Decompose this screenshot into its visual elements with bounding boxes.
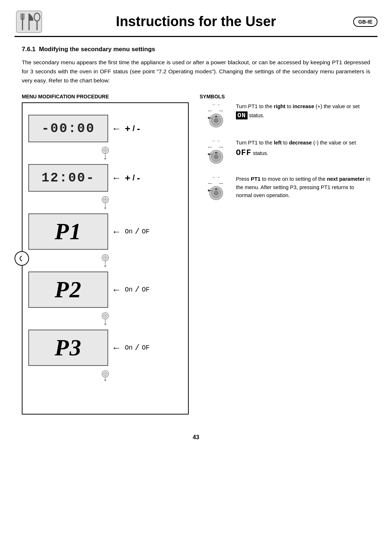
left-circle-button[interactable] (15, 251, 29, 266)
svg-marker-16 (104, 158, 107, 160)
svg-point-59 (208, 117, 210, 119)
logo-icon (15, 9, 44, 34)
svg-point-67 (208, 153, 210, 155)
diagram-box: -00:00 ← +/- (22, 102, 189, 415)
svg-marker-52 (104, 380, 107, 381)
display-section-2: 12:00- ← +/- (28, 164, 182, 209)
left-column: MENU MODIFICATION PROCEDURE -00:00 (22, 94, 189, 415)
display-screen-p1: P1 (28, 213, 108, 250)
knob-press-icon: ⟵ ⟶ (206, 181, 226, 201)
arrow-left-1: ← (112, 123, 121, 134)
svg-point-46 (105, 373, 106, 375)
display-row-p3: P3 ← On / OF (28, 330, 182, 366)
symbol-knob-left: ← → ⟵ ⟶ (200, 139, 232, 165)
on-of-p1: On / OF (125, 227, 150, 236)
symbol-knob-press: ← → ⟵ ⟶ (200, 175, 232, 201)
svg-point-19 (105, 199, 106, 200)
display-section-p3: P3 ← On / OF (28, 330, 182, 381)
svg-marker-25 (104, 208, 107, 209)
svg-point-75 (208, 189, 210, 192)
svg-point-73 (214, 191, 218, 195)
svg-point-74 (215, 188, 217, 191)
symbol-text-3: Press PT1 to move on to setting of the n… (236, 175, 370, 199)
arrow-left-p2: ← (112, 284, 121, 295)
plus-minus-1: +/- (125, 123, 140, 134)
display-screen-p3: P3 (28, 330, 108, 366)
arrow-left-p3: ← (112, 342, 121, 354)
symbol-row-1: ← → ⟵ ⟶ T (200, 102, 370, 128)
svg-text:⟶: ⟶ (219, 182, 223, 185)
on-of-p2: On / OF (125, 285, 150, 294)
svg-point-65 (214, 155, 218, 159)
svg-text:⟵: ⟵ (208, 146, 212, 149)
svg-point-28 (105, 257, 106, 258)
display-row-2: 12:00- ← +/- (28, 164, 182, 192)
svg-text:⟶: ⟶ (219, 146, 223, 149)
plus-minus-2: +/- (125, 172, 140, 184)
svg-point-10 (105, 150, 106, 151)
svg-line-60 (210, 118, 212, 118)
knob-right-icon: ⟵ ⟶ (206, 109, 226, 128)
on-of-p3: On / OF (125, 343, 150, 352)
svg-point-37 (105, 315, 106, 317)
main-content: 7.6.1 Modifying the secondary menu setti… (0, 37, 392, 423)
display-screen-2: 12:00- (28, 164, 108, 192)
page-number: 43 (0, 434, 392, 448)
display-section-p1: P1 ← On / OF (28, 213, 182, 267)
svg-marker-34 (104, 266, 107, 267)
display-screen-p2: P2 (28, 272, 108, 308)
procedure-columns: MENU MODIFICATION PROCEDURE -00:00 (22, 94, 370, 415)
svg-line-68 (210, 154, 212, 155)
page-title: Instructions for the User (116, 14, 276, 29)
display-screen-1: -00:00 (28, 115, 108, 142)
symbol-row-3: ← → ⟵ ⟶ Press PT1 to move on to setting … (200, 175, 370, 201)
section-heading: 7.6.1 Modifying the secondary menu setti… (22, 46, 370, 53)
svg-text:⟵: ⟵ (208, 110, 212, 113)
display-row-1: -00:00 ← +/- (28, 115, 182, 142)
region-badge: GB-IE (353, 17, 377, 27)
svg-point-66 (215, 152, 217, 154)
svg-text:⟵: ⟵ (208, 182, 212, 185)
right-col-header: SYMBOLS (200, 94, 370, 99)
arrow-down-2 (28, 196, 182, 209)
symbol-text-2: Turn PT1 to the left to decrease (-) the… (236, 139, 370, 159)
svg-marker-43 (104, 324, 107, 325)
arrow-down-p1 (28, 254, 182, 267)
display-row-p1: P1 ← On / OF (28, 213, 182, 250)
svg-line-76 (210, 191, 212, 191)
arrow-down-1 (28, 147, 182, 160)
arrow-down-p2 (28, 312, 182, 325)
left-col-header: MENU MODIFICATION PROCEDURE (22, 94, 189, 99)
page-header: Instructions for the User GB-IE (15, 7, 377, 37)
svg-point-57 (214, 119, 218, 123)
display-section-1: -00:00 ← +/- (28, 115, 182, 160)
symbol-text-1: Turn PT1 to the right to increase (+) th… (236, 102, 370, 121)
arrow-left-2: ← (112, 172, 121, 184)
arrow-down-p3 (28, 370, 182, 381)
svg-point-58 (215, 116, 217, 118)
arrow-left-p1: ← (112, 226, 121, 237)
right-column: SYMBOLS ← → ⟵ ⟶ (189, 94, 370, 415)
knob-left-icon: ⟵ ⟶ (206, 145, 226, 165)
display-section-p2: P2 ← On / OF (28, 272, 182, 325)
symbol-knob-right: ← → ⟵ ⟶ (200, 102, 232, 128)
svg-text:⟶: ⟶ (219, 110, 223, 113)
symbol-row-2: ← → ⟵ ⟶ Turn PT1 to the left to decrease… (200, 139, 370, 165)
intro-paragraph: The secondary menu appears the first tim… (22, 58, 370, 85)
display-row-p2: P2 ← On / OF (28, 272, 182, 308)
